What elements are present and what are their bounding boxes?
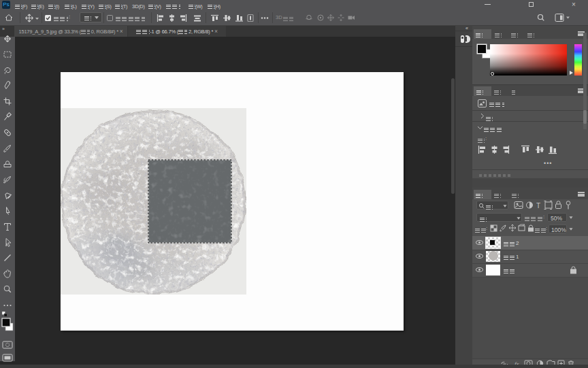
- svg-text:T: T: [536, 202, 540, 210]
